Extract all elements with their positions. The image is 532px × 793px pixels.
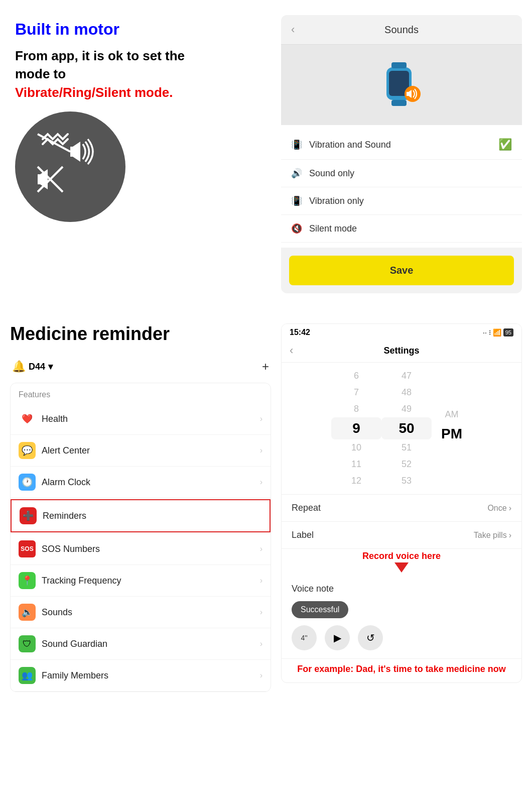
sounds-back-button[interactable]: ‹ [291,23,295,36]
time-picker[interactable]: 6 7 8 9 10 11 12 47 48 49 50 51 52 53 [282,363,521,495]
svg-rect-2 [70,147,73,157]
settings-back-button[interactable]: ‹ [290,344,293,357]
desc-line2: mode to [15,66,66,81]
checkmark-selected: ✅ [498,138,512,151]
hour-6: 6 [331,368,381,384]
status-time: 15:42 [290,328,310,337]
medicine-title: Medicine reminder [10,323,271,345]
hours-column: 6 7 8 9 10 11 12 [331,368,381,489]
sos-text: SOS [21,545,33,552]
hour-12: 12 [331,473,381,489]
min-48: 48 [381,384,432,401]
duration-badge: 4'' [292,625,317,650]
dropdown-chevron: ▾ [48,361,53,372]
alarm-clock-icon: 🕐 [19,474,36,491]
device-selector[interactable]: 🔔 D44 ▾ [12,360,53,373]
sound-guardian-label: Sound Guardian [42,639,254,649]
repeat-value-text: Once [487,504,506,513]
vibration-sound-icon: 📳 [291,139,303,150]
reminders-label: Reminders [43,511,261,521]
hour-7: 7 [331,384,381,401]
sounds-panel: ‹ Sounds [281,15,522,293]
vibrate-icon-circle [15,111,125,222]
time-picker-row: 6 7 8 9 10 11 12 47 48 49 50 51 52 53 [282,368,521,489]
alert-center-chevron: › [260,446,262,455]
hour-11: 11 [331,456,381,473]
silent-label: Silent mode [309,223,512,234]
sound-only-icon: 🔊 [291,168,303,179]
label-row[interactable]: Label Take pills › [282,522,521,549]
record-voice-annotation: Record voice here [282,549,521,576]
sounds-title: Sounds [384,24,419,36]
voice-controls: 4'' ▶ ↺ [292,625,511,650]
health-label: Health [42,414,254,424]
min-49: 49 [381,401,432,417]
menu-item-sounds[interactable]: 🔈 Sounds › [11,597,271,628]
silent-icon: 🔇 [291,223,303,234]
watch-icon-area [281,45,522,125]
hour-10: 10 [331,439,381,456]
signal-icon: ·· ⁝ [483,328,491,336]
menu-item-reminders[interactable]: ➕ Reminders [11,499,271,532]
sound-option-silent[interactable]: 🔇 Silent mode [281,215,522,243]
alarm-clock-chevron: › [260,478,262,487]
features-section: Features ❤️ Health › 💬 Alert Center › 🕐 … [10,383,271,692]
features-label: Features [11,383,271,403]
sounds-chevron: › [260,608,262,617]
ampm-column: AM PM [432,394,472,463]
menu-item-alert-center[interactable]: 💬 Alert Center › [11,435,271,467]
bottom-section: Medicine reminder 🔔 D44 ▾ + Features ❤️ … [0,308,532,707]
label-value-text: Take pills [474,531,507,540]
sound-option-vibration-sound[interactable]: 📳 Vibration and Sound ✅ [281,130,522,160]
menu-item-sos[interactable]: SOS SOS Numbers › [11,533,271,565]
settings-panel: 15:42 ·· ⁝ 📶 95 ‹ Settings 6 7 8 9 10 [281,323,522,683]
settings-header: ‹ Settings [282,339,521,363]
reminders-icon: ➕ [20,507,37,524]
hour-9-selected: 9 [331,417,381,439]
hour-8: 8 [331,401,381,417]
top-section: Built in motor From app, it is ok to set… [0,0,532,308]
built-in-description: From app, it is ok to set the mode to Vi… [15,47,266,101]
settings-title: Settings [383,346,419,356]
label-label: Label [292,530,474,540]
left-panel-top: Built in motor From app, it is ok to set… [10,15,271,227]
repeat-label: Repeat [292,503,487,513]
menu-item-sound-guardian[interactable]: 🛡 Sound Guardian › [11,628,271,660]
tracking-icon: 📍 [19,572,36,589]
menu-item-family[interactable]: 👥 Family Members › [11,660,271,692]
repeat-row[interactable]: Repeat Once › [282,495,521,522]
repeat-chevron: › [509,504,511,513]
sound-option-vibration-only[interactable]: 📳 Vibration only [281,187,522,215]
play-button[interactable]: ▶ [325,625,350,650]
red-arrow-annotation [271,502,271,529]
svg-rect-13 [407,92,409,96]
sounds-header: ‹ Sounds [281,15,522,45]
sound-only-label: Sound only [309,168,512,179]
pm-selected: PM [441,423,462,445]
menu-item-alarm-clock[interactable]: 🕐 Alarm Clock › [11,467,271,498]
alert-center-label: Alert Center [42,445,254,456]
sos-label: SOS Numbers [42,544,254,554]
sounds-menu-icon: 🔈 [19,604,36,621]
health-chevron: › [260,414,262,423]
sound-guardian-chevron: › [260,639,262,648]
device-name: D44 [29,362,45,372]
highlight-text: Vibrate/Ring/Silent mode. [15,85,173,100]
replay-button[interactable]: ↺ [358,625,383,650]
battery-icon: 95 [503,328,513,336]
sound-option-sound-only[interactable]: 🔊 Sound only [281,160,522,187]
tracking-label: Tracking Frequency [42,576,254,586]
built-in-title: Built in motor [15,20,266,39]
app-header: 🔔 D44 ▾ + [10,355,271,379]
menu-item-health[interactable]: ❤️ Health › [11,403,271,435]
vibration-only-icon: 📳 [291,195,303,206]
status-bar: 15:42 ·· ⁝ 📶 95 [282,324,521,339]
tracking-chevron: › [260,576,262,585]
menu-item-tracking[interactable]: 📍 Tracking Frequency › [11,565,271,597]
repeat-value: Once › [487,504,511,513]
save-button[interactable]: Save [289,256,514,285]
wifi-icon: 📶 [493,328,501,336]
example-annotation: For example: Dad, it's time to take medi… [282,659,521,683]
min-52: 52 [381,456,432,473]
add-button[interactable]: + [262,360,269,374]
